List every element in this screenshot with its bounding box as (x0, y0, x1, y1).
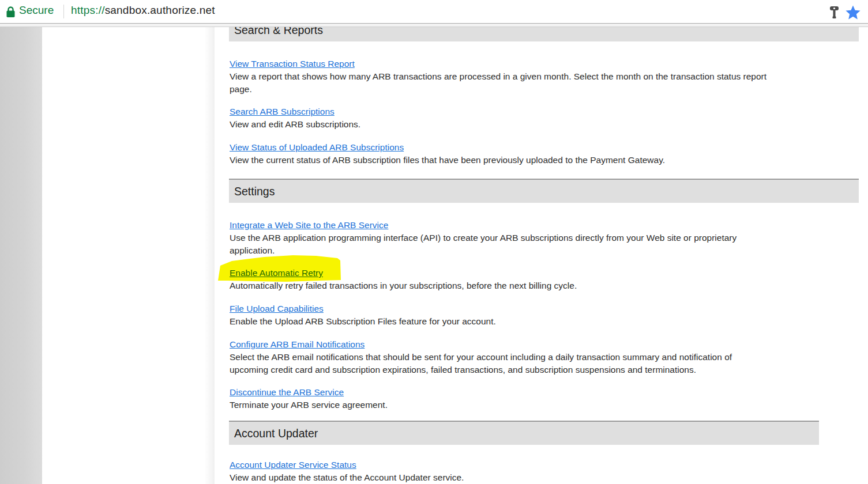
list-item-view-status-uploaded-arb: View Status of Uploaded ARB Subscription… (230, 141, 665, 167)
link-enable-automatic-retry[interactable]: Enable Automatic Retry (230, 267, 323, 279)
section-title: Settings (234, 185, 275, 198)
item-description: Terminate your ARB service agreement. (230, 399, 388, 411)
bookmark-star-icon[interactable] (845, 5, 861, 20)
page-left-margin (0, 27, 42, 484)
desc-line: View the current status of ARB subscript… (230, 154, 665, 167)
link-view-transaction-status-report[interactable]: View Transaction Status Report (230, 58, 355, 70)
list-item-file-upload-capabilities: File Upload Capabilities Enable the Uplo… (230, 302, 496, 328)
list-item-account-updater-service-status: Account Updater Service Status View and … (230, 459, 464, 484)
desc-line: Use the ARB application programming inte… (230, 232, 737, 244)
desc-line: View and edit ARB subscriptions. (230, 118, 360, 131)
section-header-settings: Settings (229, 179, 859, 203)
browser-address-bar: Secure https://sandbox.authorize.net (0, 0, 868, 24)
desc-line: upcoming credit card and subscription ex… (230, 364, 732, 376)
link-account-updater-service-status[interactable]: Account Updater Service Status (230, 459, 356, 471)
desc-line: Terminate your ARB service agreement. (230, 399, 388, 411)
item-description: Select the ARB email notifications that … (230, 351, 732, 376)
link-view-status-uploaded-arb-subscriptions[interactable]: View Status of Uploaded ARB Subscription… (230, 141, 404, 154)
desc-line: Select the ARB email notifications that … (230, 351, 732, 364)
section-header-account-updater: Account Updater (229, 421, 819, 445)
secure-label[interactable]: Secure (19, 4, 54, 17)
item-description: Use the ARB application programming inte… (230, 232, 737, 256)
desc-line: application. (230, 244, 737, 257)
item-description: Automatically retry failed transactions … (230, 279, 577, 292)
section-header-search-reports: Search & Reports (229, 27, 859, 41)
desc-line: Enable the Upload ARB Subscription Files… (230, 315, 496, 328)
item-description: View the current status of ARB subscript… (230, 154, 665, 167)
desc-line: View and update the status of the Accoun… (230, 471, 464, 484)
item-description: View and update the status of the Accoun… (230, 471, 464, 484)
url-text[interactable]: https://sandbox.authorize.net (71, 4, 215, 17)
main-content: Search & Reports View Transaction Status… (215, 27, 859, 484)
desc-line: View a report that shows how many ARB tr… (230, 70, 766, 83)
address-bar-divider (63, 5, 64, 18)
url-scheme: https:// (71, 4, 105, 16)
list-item-view-transaction-status-report: View Transaction Status Report View a re… (230, 58, 766, 95)
list-item-configure-arb-email-notifications: Configure ARB Email Notifications Select… (230, 338, 732, 376)
desc-line: Automatically retry failed transactions … (230, 279, 577, 292)
browser-window: Secure https://sandbox.authorize.net Sea… (0, 0, 868, 484)
url-host: sandbox.authorize.net (105, 4, 215, 16)
section-title: Search & Reports (234, 27, 323, 37)
password-key-icon[interactable] (829, 6, 839, 19)
desc-line: page. (230, 83, 766, 96)
section-title: Account Updater (234, 427, 318, 440)
list-item-integrate-web-site: Integrate a Web Site to the ARB Service … (230, 219, 737, 256)
content-panel-shadow (204, 27, 215, 484)
item-description: Enable the Upload ARB Subscription Files… (230, 315, 496, 328)
list-item-enable-automatic-retry: Enable Automatic Retry Automatically ret… (230, 267, 577, 292)
secure-lock-icon[interactable] (6, 6, 16, 18)
list-item-discontinue-arb-service: Discontinue the ARB Service Terminate yo… (230, 386, 388, 411)
link-integrate-web-site-arb-service[interactable]: Integrate a Web Site to the ARB Service (230, 219, 388, 232)
link-discontinue-arb-service[interactable]: Discontinue the ARB Service (230, 386, 344, 399)
item-description: View and edit ARB subscriptions. (230, 118, 360, 131)
link-file-upload-capabilities[interactable]: File Upload Capabilities (230, 302, 324, 315)
list-item-search-arb-subscriptions: Search ARB Subscriptions View and edit A… (230, 105, 360, 131)
link-search-arb-subscriptions[interactable]: Search ARB Subscriptions (230, 105, 335, 118)
link-configure-arb-email-notifications[interactable]: Configure ARB Email Notifications (230, 338, 365, 351)
item-description: View a report that shows how many ARB tr… (230, 70, 766, 95)
